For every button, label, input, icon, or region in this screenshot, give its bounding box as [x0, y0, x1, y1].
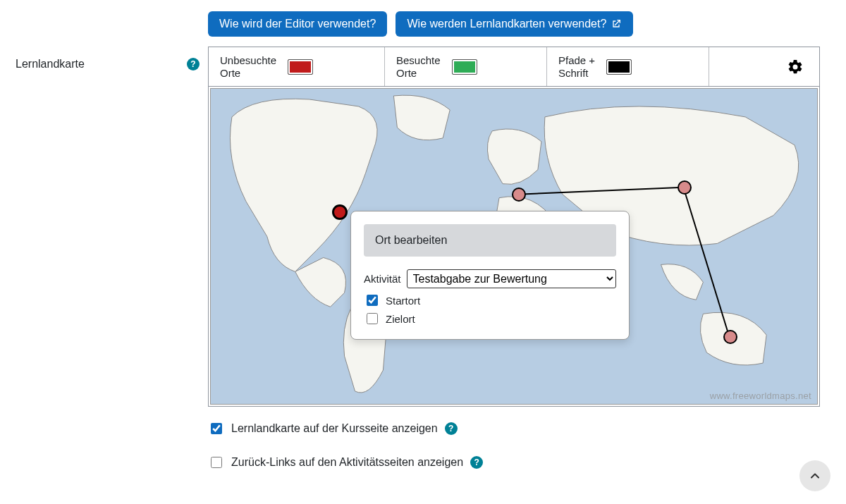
editor-toolbar: UnbesuchteOrte BesuchteOrte Pfade + Schr… [209, 47, 819, 87]
activity-select[interactable]: Testabgabe zur Bewertung [407, 269, 616, 288]
show-on-course-label[interactable]: Lernlandkarte auf der Kursseite anzeigen [231, 422, 438, 435]
external-link-icon [611, 18, 622, 30]
settings-button[interactable] [771, 47, 819, 86]
help-icon[interactable]: ? [187, 58, 200, 70]
tool-paths[interactable]: Pfade + Schrift [547, 47, 709, 86]
tool-visited-label: BesuchteOrte [396, 54, 441, 80]
activity-label: Aktivität [364, 273, 401, 285]
tool-visited[interactable]: BesuchteOrte [385, 47, 547, 86]
tool-unvisited-label: UnbesuchteOrte [220, 54, 276, 80]
back-links-label[interactable]: Zurück-Links auf den Aktivitätsseiten an… [231, 456, 463, 469]
target-checkbox-label[interactable]: Zielort [386, 313, 415, 325]
section-label: Lernlandkarte [16, 58, 85, 70]
marker-asia[interactable] [678, 180, 692, 195]
help-icon[interactable]: ? [445, 422, 458, 435]
back-links-checkbox[interactable] [211, 457, 222, 468]
how-maps-button[interactable]: Wie werden Lernlandkarten verwendet? [396, 11, 633, 37]
tool-unvisited[interactable]: UnbesuchteOrte [209, 47, 385, 86]
swatch-paths[interactable] [606, 59, 632, 75]
scroll-top-button[interactable] [799, 460, 830, 491]
how-maps-label: Wie werden Lernlandkarten verwendet? [407, 18, 606, 30]
swatch-visited[interactable] [452, 59, 477, 75]
help-buttons: Wie wird der Editor verwendet? Wie werde… [208, 11, 846, 37]
how-editor-label: Wie wird der Editor verwendet? [219, 18, 376, 30]
edit-place-popup: Ort bearbeiten Aktivität Testabgabe zur … [350, 211, 630, 340]
map-credit: www.freeworldmaps.net [710, 391, 811, 401]
how-editor-button[interactable]: Wie wird der Editor verwendet? [208, 11, 387, 37]
chevron-up-icon [808, 469, 822, 483]
gear-icon [787, 59, 804, 75]
marker-australia[interactable] [723, 330, 737, 344]
start-checkbox-label[interactable]: Startort [386, 295, 420, 307]
tool-paths-label: Pfade + Schrift [558, 54, 595, 80]
marker-start[interactable] [332, 204, 348, 220]
map-editor: UnbesuchteOrte BesuchteOrte Pfade + Schr… [208, 47, 820, 407]
section-label-row: Lernlandkarte ? [16, 47, 208, 70]
marker-europe[interactable] [512, 188, 526, 202]
map-canvas[interactable]: Ort bearbeiten Aktivität Testabgabe zur … [210, 88, 818, 405]
popup-title: Ort bearbeiten [364, 224, 616, 257]
show-on-course-checkbox[interactable] [211, 423, 222, 434]
help-icon[interactable]: ? [470, 456, 483, 469]
swatch-unvisited[interactable] [288, 59, 313, 75]
start-checkbox[interactable] [367, 295, 378, 306]
target-checkbox[interactable] [367, 313, 378, 324]
